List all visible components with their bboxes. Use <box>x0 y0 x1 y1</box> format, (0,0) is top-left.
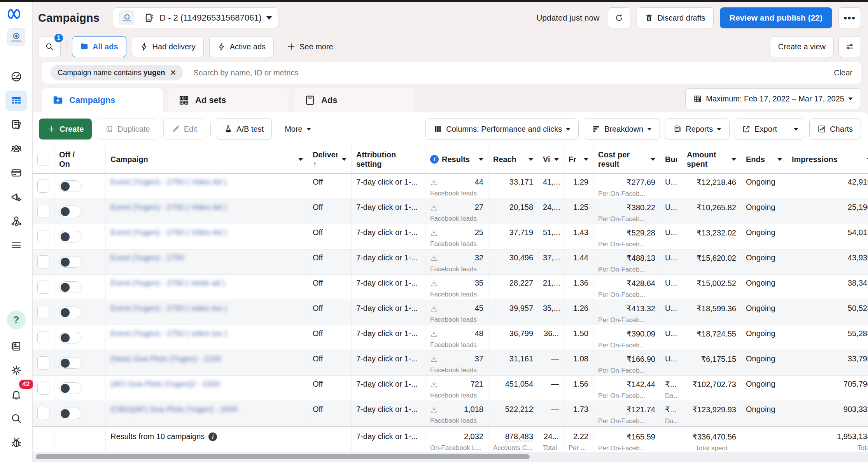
sidebar-item-campaigns[interactable] <box>5 91 27 111</box>
campaign-name-link[interactable]: Event (Yugen) - 2750 ( Video Ad ) <box>110 178 227 186</box>
table-row[interactable]: Event (Yugen) - 2750 ( video too ) Off 7… <box>33 300 868 325</box>
ab-test-button[interactable]: A/B test <box>216 119 272 139</box>
sidebar-item-report-bug[interactable] <box>5 432 27 453</box>
row-checkbox[interactable] <box>37 255 49 268</box>
view-settings-button[interactable] <box>838 36 861 57</box>
table-row[interactable]: Event (Yugen) - 2750 Off 7-day click or … <box>33 249 868 275</box>
row-checkbox[interactable] <box>37 331 49 344</box>
download-icon[interactable] <box>430 204 438 211</box>
col-attribution[interactable]: Attribution setting <box>352 145 425 173</box>
filter-all-ads[interactable]: All ads <box>72 36 126 57</box>
tab-ad-sets[interactable]: Ad sets <box>168 88 289 112</box>
campaign-name-link[interactable]: Event (Yugen) - 2750 ( video too ) <box>110 329 227 338</box>
campaign-toggle[interactable] <box>59 281 82 293</box>
download-icon[interactable] <box>430 305 438 312</box>
meta-logo-icon[interactable] <box>8 8 25 20</box>
campaign-name-link[interactable]: Event (Yugen) - 2750 ( Video Ad ) <box>110 203 227 211</box>
tab-ads[interactable]: Ads <box>294 88 415 112</box>
col-reach[interactable]: Reach <box>488 145 538 173</box>
table-row[interactable]: (New) Goa Plots (Yugen) - 2100 Off 7-day… <box>33 350 868 376</box>
campaign-name-link[interactable]: (AF) Goa Plots (Yugen)2 - 2200 <box>110 380 220 388</box>
table-row[interactable]: Event (Yugen) - 2750 ( video too ) Off 7… <box>33 325 868 350</box>
edit-button[interactable]: Edit <box>163 119 205 139</box>
horizontal-scrollbar[interactable] <box>33 452 868 462</box>
breakdown-button[interactable]: Breakdown <box>584 119 660 139</box>
discard-drafts-button[interactable]: Discard drafts <box>637 7 713 28</box>
col-views[interactable]: Vi <box>538 145 564 173</box>
col-ends[interactable]: Ends <box>741 145 787 173</box>
campaign-toggle[interactable] <box>59 332 82 343</box>
col-amount-spent[interactable]: Amount spent <box>682 145 741 173</box>
select-all-checkbox[interactable] <box>37 153 49 166</box>
col-cost-per-result[interactable]: Cost per result <box>593 145 660 173</box>
filter-active-ads[interactable]: Active ads <box>209 36 274 57</box>
row-checkbox[interactable] <box>37 230 49 243</box>
review-publish-button[interactable]: Review and publish (22) <box>720 7 832 28</box>
row-checkbox[interactable] <box>37 356 49 370</box>
table-row[interactable]: Event (Yugen) - 2750 ( Video Ad ) Off 7-… <box>33 174 868 199</box>
campaign-toggle[interactable] <box>59 408 82 419</box>
sidebar-item-overview[interactable] <box>5 66 27 87</box>
campaign-name-link[interactable]: (New) Goa Plots (Yugen) - 2100 <box>110 354 221 363</box>
row-checkbox[interactable] <box>37 382 49 395</box>
row-checkbox[interactable] <box>37 306 49 319</box>
table-row[interactable]: Event (Yugen) - 2750 ( viedo ad ) Off 7-… <box>33 275 868 300</box>
campaign-name-link[interactable]: Event (Yugen) - 2750 ( Video Ad ) <box>110 228 227 237</box>
sidebar-item-billing[interactable] <box>5 163 27 183</box>
campaign-toggle[interactable] <box>59 357 82 369</box>
row-checkbox[interactable] <box>37 281 49 294</box>
help-button[interactable]: ? <box>7 310 26 329</box>
refresh-button[interactable] <box>608 7 630 28</box>
campaign-toggle[interactable] <box>59 382 82 394</box>
columns-button[interactable]: Columns: Performance and clicks <box>425 119 579 139</box>
table-row[interactable]: Event (Yugen) - 2750 ( Video Ad ) Off 7-… <box>33 199 868 224</box>
sidebar-item-ads[interactable] <box>5 187 27 207</box>
more-actions-button[interactable]: More <box>277 119 319 139</box>
download-icon[interactable] <box>430 355 438 363</box>
create-button[interactable]: Create <box>39 119 92 139</box>
col-delivery[interactable]: Delivery↑ <box>308 145 352 173</box>
search-filter-button[interactable]: 1 <box>38 36 61 57</box>
row-checkbox[interactable] <box>37 205 49 218</box>
table-row[interactable]: Event (Yugen) - 2750 ( Video Ad ) Off 7-… <box>33 224 868 249</box>
sidebar-item-all-tools[interactable] <box>5 235 27 255</box>
export-options-button[interactable] <box>788 119 804 139</box>
filter-had-delivery[interactable]: Had delivery <box>132 36 204 57</box>
download-icon[interactable] <box>430 406 438 413</box>
download-icon[interactable] <box>430 229 438 237</box>
col-impressions[interactable]: Impressions <box>787 145 868 173</box>
row-checkbox[interactable] <box>37 180 49 193</box>
campaign-name-link[interactable]: Event (Yugen) - 2750 <box>110 253 184 262</box>
date-range-button[interactable]: Maximum: Feb 17, 2022 – Mar 17, 2025 <box>685 88 861 109</box>
sidebar-item-search[interactable] <box>5 408 27 429</box>
sidebar-item-audiences[interactable] <box>5 139 27 159</box>
duplicate-button[interactable]: Duplicate <box>97 119 158 139</box>
sidebar-item-notifications[interactable]: 42 <box>5 384 27 404</box>
campaign-toggle[interactable] <box>59 231 82 242</box>
download-icon[interactable] <box>430 330 438 338</box>
campaign-toggle[interactable] <box>59 307 82 318</box>
table-row[interactable]: (CBO)(AF) Goa Plots (Yugen) - 2000 Off 7… <box>33 401 868 426</box>
campaign-name-link[interactable]: Event (Yugen) - 2750 ( viedo ad ) <box>110 279 225 287</box>
search-input[interactable] <box>193 68 834 77</box>
download-icon[interactable] <box>430 380 438 388</box>
col-budget[interactable]: Bud <box>660 145 682 173</box>
sidebar-item-news[interactable] <box>5 336 27 356</box>
download-icon[interactable] <box>430 178 438 186</box>
clear-filters-link[interactable]: Clear <box>834 68 852 77</box>
filter-chip[interactable]: Campaign name contains yugen ✕ <box>51 65 183 80</box>
sidebar-item-pages[interactable] <box>5 115 27 135</box>
download-icon[interactable] <box>430 279 438 287</box>
export-button[interactable]: Export <box>735 119 784 139</box>
more-options-button[interactable]: ••• <box>838 7 861 28</box>
sidebar-item-assets[interactable] <box>5 211 27 231</box>
col-campaign[interactable]: Campaign <box>106 145 308 173</box>
ad-account-selector[interactable]: D - 2 (1149265315687061) <box>113 7 278 28</box>
campaign-toggle[interactable] <box>59 206 82 217</box>
campaign-toggle[interactable] <box>59 256 82 268</box>
scrollbar-thumb[interactable] <box>36 454 530 459</box>
campaign-toggle[interactable] <box>59 180 82 192</box>
table-row[interactable]: (AF) Goa Plots (Yugen)2 - 2200 Off 7-day… <box>33 376 868 401</box>
reports-button[interactable]: Reports <box>665 119 730 139</box>
campaign-name-link[interactable]: (CBO)(AF) Goa Plots (Yugen) - 2000 <box>110 405 238 413</box>
